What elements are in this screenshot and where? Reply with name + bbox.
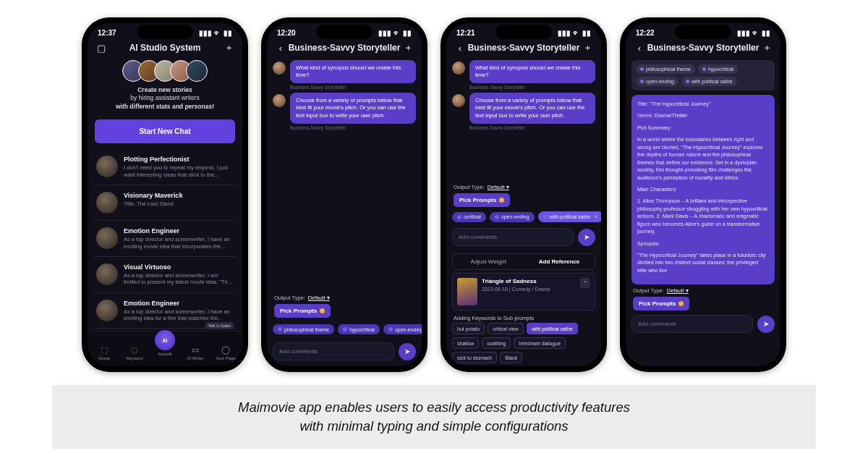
keyword-chip[interactable]: trenchant dialogue [514, 337, 566, 349]
avatar [96, 263, 118, 285]
send-button[interactable]: ➤ [399, 343, 416, 360]
dot-icon [686, 80, 689, 83]
status-bar: 12:22 ▮▮▮ᯤ▮▮ [626, 23, 780, 38]
nav-ai-writer[interactable]: ▭AI Writer [182, 345, 208, 360]
add-icon[interactable]: ＋ [581, 41, 594, 54]
output-type-dropdown[interactable]: Default ▾ [667, 287, 689, 294]
item-title: Visionary Maverick [124, 192, 182, 199]
clock: 12:22 [636, 29, 655, 37]
keyword-chip[interactable]: hot potato [452, 323, 485, 334]
output-type-dropdown[interactable]: Default ▾ [488, 184, 509, 190]
clock: 12:20 [277, 29, 296, 37]
add-icon[interactable]: ＋ [401, 41, 414, 54]
keywords-label: Adding Keywords to Sub prompts [454, 315, 594, 321]
item-title: Emotion Engineer [124, 227, 234, 234]
reference-card[interactable]: Triangle of Sadness 2022-09-18 | Comedy … [452, 273, 595, 310]
pick-prompts-button[interactable]: Pick Prompts [454, 193, 510, 207]
briefcase-icon[interactable]: ▢ [95, 43, 108, 54]
page-title: Business-Savvy Storyteller [646, 43, 760, 53]
comment-input[interactable]: Add comments [273, 342, 394, 360]
keyword-chip[interactable]: scathing [482, 337, 511, 349]
send-button[interactable]: ➤ [757, 316, 775, 333]
prompt-chip[interactable]: ocritical [452, 212, 486, 222]
nav-your-page[interactable]: ◯Your Page [213, 345, 239, 360]
prompt-tabs: Adjust Weight Add Reference [452, 253, 595, 270]
prompt-chip[interactable]: open-ending [383, 324, 422, 334]
list-item[interactable]: Emotion Engineer As a top director and s… [93, 221, 237, 257]
keyword-chip[interactable]: critical view [488, 323, 524, 334]
back-icon[interactable]: ‹ [274, 43, 287, 54]
phone-4: 12:22 ▮▮▮ᯤ▮▮ ‹ Business-Savvy Storytelle… [620, 17, 786, 372]
list-item[interactable]: Emotion Engineer As a top director and s… [93, 293, 237, 329]
assistant-message: What kind of synopsis should we create t… [290, 60, 416, 83]
pick-prompts-button[interactable]: Pick Prompts [274, 304, 331, 318]
tab-adjust-weight[interactable]: Adjust Weight [453, 254, 524, 269]
tag-chip[interactable]: philosophical theme [636, 64, 695, 74]
back-icon[interactable]: ‹ [454, 43, 467, 54]
tab-add-reference[interactable]: Add Reference [524, 254, 595, 269]
list-item[interactable]: Visual Virtuoso As a top director and sc… [93, 257, 237, 293]
dot-icon [640, 67, 644, 71]
list-item[interactable]: Visionary Maverick Title: The Last Stand [93, 185, 237, 221]
avatar [273, 62, 286, 75]
dot-icon [495, 215, 499, 219]
nav-ai-keytalk[interactable]: AIKeytalk [152, 330, 178, 356]
dot-icon [388, 327, 393, 331]
output-type-label: Output Type:Default ▾ [446, 181, 601, 192]
send-button[interactable]: ➤ [578, 229, 595, 246]
output-type-dropdown[interactable]: Default ▾ [308, 295, 330, 301]
item-title: Plotting Perfectionist [124, 156, 234, 163]
pick-prompts-button[interactable]: Pick Prompts [633, 297, 689, 310]
status-bar: 12:21 ▮▮▮ᯤ▮▮ [446, 23, 601, 38]
phone-3: 12:21 ▮▮▮ᯤ▮▮ ‹ Business-Savvy Storytelle… [441, 17, 607, 372]
tag-chip[interactable]: hypocritical [698, 64, 738, 74]
prompt-chip[interactable]: with political satire✕ [538, 211, 601, 222]
list-item[interactable]: Plotting Perfectionist I don't need you … [93, 149, 237, 185]
home-icon: ⬚ [101, 345, 108, 355]
prompt-chip[interactable]: hypocritical [338, 324, 380, 334]
avatar [452, 94, 465, 107]
avatar [96, 156, 118, 177]
talk-to-sales-badge[interactable]: Talk to Sales [205, 322, 234, 329]
status-bar: 12:20 ▮▮▮ᯤ▮▮ [267, 23, 422, 38]
remove-icon[interactable]: ✕ [594, 214, 598, 220]
prompt-chip[interactable]: philosophical theme [273, 324, 334, 334]
persona-avatars [93, 60, 237, 82]
dot-icon [543, 215, 548, 219]
tag-chip[interactable]: open-ending [636, 77, 678, 86]
writer-icon: ▭ [192, 345, 199, 355]
wifi-icon: ᯤ [752, 29, 760, 37]
chevron-up-icon[interactable]: ˄ [580, 278, 590, 288]
keyword-chip[interactable]: shallow [452, 337, 479, 349]
item-desc: As a top director and screenwriter, I ha… [124, 308, 234, 322]
user-icon: ◯ [221, 345, 230, 355]
add-icon[interactable]: ＋ [760, 41, 773, 54]
keyword-chip[interactable]: with political satire [527, 323, 578, 334]
back-icon[interactable]: ‹ [633, 43, 646, 54]
output-type-label: Output Type:Default ▾ [267, 292, 422, 303]
clock: 12:37 [98, 29, 116, 37]
signal-icon: ▮▮▮ [558, 29, 571, 37]
battery-icon: ▮▮ [762, 29, 770, 37]
item-title: Emotion Engineer [124, 300, 234, 307]
avatar [186, 60, 208, 82]
dot-icon [702, 67, 706, 71]
search-icon: ◌ [131, 345, 138, 355]
comment-input[interactable]: Add comments [631, 315, 753, 333]
start-new-chat-button[interactable]: Start New Chat [95, 119, 235, 143]
assistant-message: Choose from a variety of prompts below t… [469, 93, 595, 123]
reference-meta: 2022-09-18 | Comedy / Drama [482, 287, 576, 292]
prompt-chip[interactable]: open-ending [490, 212, 535, 222]
generated-story: Title: "The Hypocritical Journey"Genre: … [631, 95, 775, 284]
comment-input[interactable]: Add comments [452, 228, 574, 246]
nav-home[interactable]: ⬚Home [91, 345, 117, 360]
add-icon[interactable]: ＋ [222, 41, 235, 54]
sender-label: Business-Savvy Storyteller [469, 125, 595, 130]
persona-list[interactable]: Plotting Perfectionist I don't need you … [88, 149, 242, 331]
keyword-chip[interactable]: sick to stomach [452, 352, 497, 363]
tag-chip[interactable]: with political satire [681, 77, 737, 86]
reference-title: Triangle of Sadness [482, 278, 576, 284]
nav-keyword[interactable]: ◌Keyword [122, 345, 148, 360]
item-desc: Title: The Last Stand [124, 200, 182, 207]
keyword-chip[interactable]: Black [500, 352, 522, 363]
